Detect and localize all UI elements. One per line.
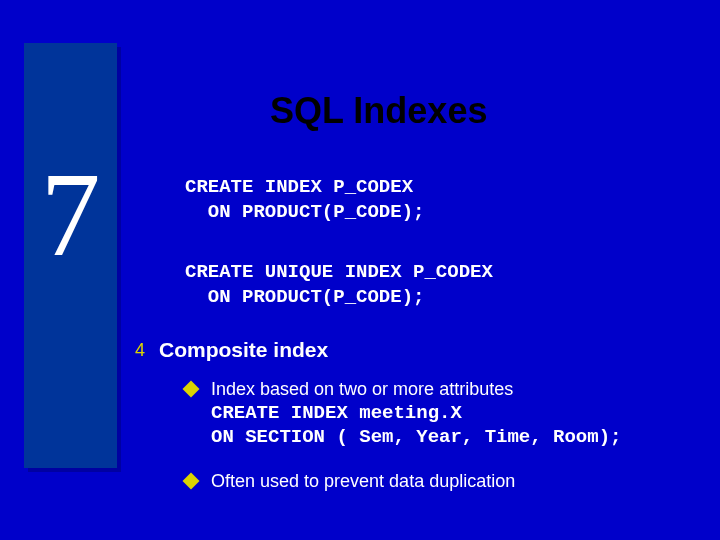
sub-bullet-duplication: Often used to prevent data duplication bbox=[185, 470, 515, 493]
diamond-icon bbox=[183, 381, 200, 398]
code-block-create-unique-index: CREATE UNIQUE INDEX P_CODEX ON PRODUCT(P… bbox=[185, 260, 493, 309]
slide-title: SQL Indexes bbox=[270, 90, 487, 132]
code-block-create-index: CREATE INDEX P_CODEX ON PRODUCT(P_CODE); bbox=[185, 175, 424, 224]
bullet-icon: 4 bbox=[135, 340, 145, 361]
sub-bullet-attributes: Index based on two or more attributes CR… bbox=[185, 378, 621, 450]
diamond-icon bbox=[183, 473, 200, 490]
chapter-number: 7 bbox=[24, 155, 117, 275]
sub-bullet-text: Often used to prevent data duplication bbox=[211, 470, 515, 493]
bullet-label: Composite index bbox=[159, 338, 328, 362]
sub-bullet-text: Index based on two or more attributes CR… bbox=[211, 378, 621, 450]
bullet-composite-index: 4 Composite index bbox=[135, 338, 328, 362]
slide: 7 SQL Indexes CREATE INDEX P_CODEX ON PR… bbox=[0, 0, 720, 540]
